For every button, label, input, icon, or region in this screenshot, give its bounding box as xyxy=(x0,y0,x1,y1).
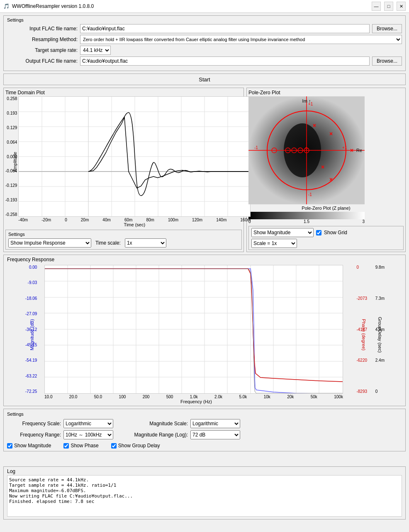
pz-colorbar-labels: 0 1.5 3 xyxy=(248,219,365,224)
freq-y-right-phase-label: Phase (degree) xyxy=(361,319,366,351)
time-domain-container: Time Domain Plot 0.258 0.193 0.129 0.064… xyxy=(3,88,244,252)
close-button[interactable]: ✕ xyxy=(397,2,406,11)
output-file-field[interactable] xyxy=(80,56,370,66)
mag-range-row: Magnitude Range (Log): 72 dB xyxy=(122,430,240,439)
svg-text:0: 0 xyxy=(305,146,307,150)
target-rate-select[interactable]: 44.1 kHz xyxy=(80,46,111,55)
time-scale-label: Time scale: xyxy=(95,240,121,246)
resampling-label: Resampling Method: xyxy=(7,37,78,42)
svg-text:×: × xyxy=(329,130,333,137)
time-domain-title: Time Domain Plot xyxy=(5,90,242,96)
show-phase-label: Show Phase xyxy=(63,443,98,449)
freq-x-label: Frequency (Hz) xyxy=(44,399,348,404)
pz-plot-title: Pole-Zero Plot (Z plane) xyxy=(248,206,404,211)
browse-input-button[interactable]: Browse... xyxy=(372,24,402,33)
show-grid-label: Show Grid xyxy=(324,230,347,235)
freq-range-row: Frequency Range: 10Hz ～ 100kHz xyxy=(7,430,113,439)
time-x-label: Time (sec) xyxy=(18,222,251,227)
time-scale-select[interactable]: 1x xyxy=(125,238,166,248)
target-rate-row: Target sample rate: 44.1 kHz xyxy=(7,46,402,55)
show-phase-text: Show Phase xyxy=(71,443,98,449)
pz-scale-select[interactable]: Scale = 1x xyxy=(251,239,297,248)
re-label: Re xyxy=(356,148,362,153)
start-button[interactable]: Start xyxy=(3,74,406,85)
mag-scale-row: Magnitude Scale: Logarithmic xyxy=(122,419,240,428)
show-magnitude-label: Show Magnitude xyxy=(7,443,51,449)
pz-show-select[interactable]: Show Magnitude xyxy=(251,228,314,237)
show-magnitude-checkbox[interactable] xyxy=(7,443,12,449)
show-phase-checkbox[interactable] xyxy=(63,443,69,449)
show-grid-checkbox[interactable] xyxy=(316,230,321,235)
svg-text:+1: +1 xyxy=(342,145,347,150)
log-section: Log Source sample rate = 44.1kHz.Target … xyxy=(3,466,406,520)
freq-scale-row: Frequency Scale: Logarithmic xyxy=(7,419,113,428)
freq-settings-inner: Frequency Scale: Logarithmic Frequency R… xyxy=(7,419,402,439)
pz-settings-row2: Scale = 1x xyxy=(251,239,401,248)
mag-range-label: Magnitude Range (Log): xyxy=(122,432,188,438)
title-bar: 🎵 WWOfflineResampler version 1.0.8.0 — □… xyxy=(0,0,409,13)
target-rate-label: Target sample rate: xyxy=(7,47,78,53)
time-domain-svg xyxy=(19,97,251,217)
freq-checkbox-row: Show Magnitude Show Phase Show Group Del… xyxy=(7,443,402,449)
freq-settings-section: Settings Frequency Scale: Logarithmic Fr… xyxy=(3,409,406,451)
svg-text:×: × xyxy=(350,147,353,154)
pz-settings-box: Show Magnitude Show Grid Scale = 1x xyxy=(248,226,404,250)
freq-outer-wrapper: Magnitude (dB) 0.00 -9.03 -18.06 -27.09 … xyxy=(44,265,348,404)
time-settings-box: Settings Show Impulse Response Time scal… xyxy=(5,230,242,250)
settings-label: Settings xyxy=(7,17,402,22)
pole-zero-image: Im ↑ Re xyxy=(248,96,365,204)
svg-text:-1: -1 xyxy=(254,145,258,150)
time-y-label: Amplitude xyxy=(13,152,18,172)
freq-x-labels: 10.0 20.0 50.0 100 200 500 1.0k 2.0k 5.0… xyxy=(44,394,343,399)
pz-colorbar xyxy=(248,212,365,219)
svg-text:×: × xyxy=(313,122,316,129)
maximize-button[interactable]: □ xyxy=(384,2,393,11)
freq-chart-svg xyxy=(45,265,343,394)
svg-text:-1: -1 xyxy=(308,192,312,197)
freq-settings-label: Settings xyxy=(7,412,402,417)
input-file-field[interactable] xyxy=(80,24,370,33)
time-settings-label: Settings xyxy=(8,232,239,237)
resampling-select[interactable]: Zero order hold + IIR lowpass filter con… xyxy=(80,35,402,44)
show-group-delay-checkbox[interactable] xyxy=(111,443,117,449)
time-domain-chart xyxy=(18,96,251,217)
svg-text:×: × xyxy=(321,164,324,170)
settings-group: Settings Input FLAC file name: Browse...… xyxy=(3,15,406,71)
time-chart-area: Amplitude xyxy=(18,96,251,227)
time-settings-row: Show Impulse Response Time scale: 1x xyxy=(8,238,239,248)
browse-output-button[interactable]: Browse... xyxy=(372,56,402,66)
output-file-row: Output FLAC file name: Browse... xyxy=(7,56,402,66)
log-content[interactable]: Source sample rate = 44.1kHz.Target samp… xyxy=(7,475,402,517)
app-icon: 🎵 xyxy=(3,3,10,9)
freq-y-right-group-label: GroupDelay (sec) xyxy=(377,316,382,352)
freq-response-section: Frequency Response Magnitude (dB) 0.00 -… xyxy=(3,255,406,406)
freq-scale-select[interactable]: Logarithmic xyxy=(63,419,113,428)
log-title: Log xyxy=(4,467,405,475)
freq-range-label: Frequency Range: xyxy=(7,432,61,438)
show-group-delay-label: Show Group Delay xyxy=(111,443,160,449)
pole-zero-title: Pole-Zero Plot xyxy=(248,90,404,96)
mag-scale-select[interactable]: Logarithmic xyxy=(190,419,240,428)
input-file-row: Input FLAC file name: Browse... xyxy=(7,24,402,33)
freq-settings-left: Frequency Scale: Logarithmic Frequency R… xyxy=(7,419,113,439)
freq-response-title: Frequency Response xyxy=(4,255,405,262)
svg-text:×: × xyxy=(329,176,333,183)
resampling-row: Resampling Method: Zero order hold + IIR… xyxy=(7,35,402,44)
freq-y-left-labels: 0.00 -9.03 -18.06 -27.09 -36.12 -45.15 -… xyxy=(25,265,37,394)
plots-row: Time Domain Plot 0.258 0.193 0.129 0.064… xyxy=(3,88,406,252)
pole-zero-container: Pole-Zero Plot Im ↑ Re xyxy=(246,88,406,252)
freq-settings-right: Magnitude Scale: Logarithmic Magnitude R… xyxy=(122,419,240,439)
spacer xyxy=(3,454,406,466)
show-type-select[interactable]: Show Impulse Response xyxy=(8,238,91,248)
mag-scale-label: Magnitude Scale: xyxy=(122,421,188,427)
title-text: WWOfflineResampler version 1.0.8.0 xyxy=(12,3,94,9)
input-file-label: Input FLAC file name: xyxy=(7,26,78,32)
freq-chart-outer: Magnitude (dB) 0.00 -9.03 -18.06 -27.09 … xyxy=(7,265,402,404)
minimize-button[interactable]: — xyxy=(372,2,381,11)
pole-zero-svg: -1 +1 -1 +1 × × × × × xyxy=(248,96,365,204)
mag-range-select[interactable]: 72 dB xyxy=(190,430,240,439)
time-x-labels: -40m -20m 0 20m 40m 60m 80m 100m 120m 14… xyxy=(18,217,251,222)
show-magnitude-text: Show Magnitude xyxy=(14,443,51,449)
freq-range-select[interactable]: 10Hz ～ 100kHz xyxy=(63,430,113,439)
pz-settings-row1: Show Magnitude Show Grid xyxy=(251,228,401,237)
